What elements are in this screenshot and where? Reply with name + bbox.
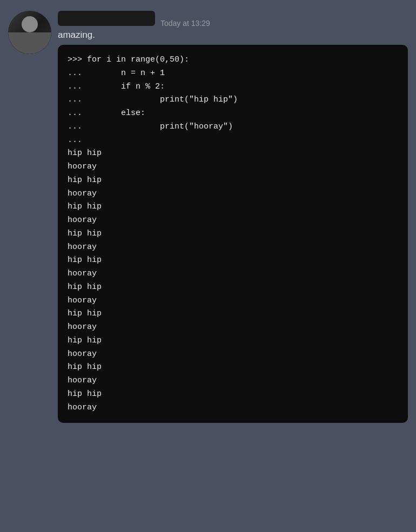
- code-line: hip hip: [68, 254, 398, 267]
- code-line: hooray: [68, 321, 398, 334]
- message-header: Today at 13:29: [58, 11, 408, 28]
- username-blur: [58, 11, 155, 26]
- code-line: hooray: [68, 374, 398, 388]
- timestamp: Today at 13:29: [160, 19, 210, 28]
- code-block: >>> for i in range(0,50):... n = n + 1..…: [58, 45, 408, 423]
- code-line: hooray: [68, 160, 398, 174]
- code-line: hooray: [68, 187, 398, 201]
- code-line: hooray: [68, 401, 398, 415]
- avatar-image: [8, 11, 51, 54]
- code-line: hooray: [68, 214, 398, 227]
- code-line: hip hip: [68, 227, 398, 241]
- code-line: >>> for i in range(0,50):: [68, 53, 398, 67]
- code-line: ... print("hip hip"): [68, 93, 398, 107]
- code-line: hip hip: [68, 361, 398, 374]
- code-line: ...: [68, 134, 398, 147]
- message-body: Today at 13:29 amazing. >>> for i in ran…: [58, 11, 408, 423]
- message-container: Today at 13:29 amazing. >>> for i in ran…: [8, 11, 408, 423]
- code-line: ... n = n + 1: [68, 67, 398, 80]
- code-line: hip hip: [68, 388, 398, 401]
- code-line: hooray: [68, 348, 398, 361]
- code-line: hip hip: [68, 281, 398, 294]
- code-line: hooray: [68, 267, 398, 281]
- code-line: ... else:: [68, 107, 398, 120]
- message-text: amazing.: [58, 30, 408, 41]
- code-line: hip hip: [68, 147, 398, 160]
- code-line: hip hip: [68, 307, 398, 321]
- code-line: hooray: [68, 294, 398, 308]
- code-line: hip hip: [68, 200, 398, 214]
- code-line: hip hip: [68, 334, 398, 348]
- code-line: ... if n % 2:: [68, 80, 398, 94]
- code-line: hip hip: [68, 174, 398, 187]
- code-line: hooray: [68, 241, 398, 254]
- code-line: ... print("hooray"): [68, 120, 398, 134]
- avatar: [8, 11, 51, 54]
